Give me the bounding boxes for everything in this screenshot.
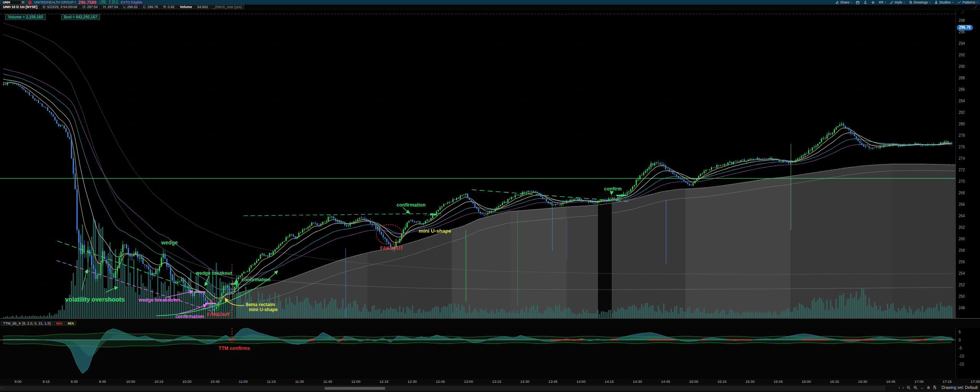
time-tick: 16:00 — [802, 379, 811, 384]
flask-icon — [934, 1, 938, 4]
time-tick: 10:15 — [154, 379, 163, 384]
time-tick: 15:45 — [774, 379, 783, 384]
ttm-tick: 5 — [959, 330, 961, 334]
time-tick: 9:45 — [99, 379, 106, 384]
fit-width-icon[interactable]: ↔ — [920, 385, 924, 390]
axis-settings-icon[interactable]: ⟋ — [975, 5, 977, 9]
price-tick: 290 — [959, 64, 965, 69]
time-tick: 13:45 — [549, 379, 558, 384]
ohlc-low: L: 296.62 — [121, 5, 140, 9]
zoom-out-icon[interactable] — [906, 385, 911, 390]
symbol-value: UNH — [2, 0, 21, 4]
price-tick: 286 — [959, 87, 965, 92]
symbol-dropdown-button[interactable]: ▼ — [21, 1, 25, 4]
style-button[interactable]: Style▾ — [890, 0, 905, 4]
measure-button[interactable]: ▾ — [879, 1, 886, 4]
time-tick: 17:00 — [915, 379, 924, 384]
price-tick: 264 — [959, 214, 965, 218]
chart-footer: ‹ ‹ › ↔ ⊕ Drawing set: Default — [0, 385, 980, 392]
price-tick: 250 — [959, 294, 965, 299]
price-tick: 260 — [959, 237, 965, 241]
share-icon — [836, 1, 839, 4]
time-tick: 10:45 — [211, 379, 220, 384]
time-tick: 15:00 — [689, 379, 698, 384]
price-tick: 252 — [959, 283, 965, 287]
scrollbar-thumb[interactable] — [325, 387, 385, 390]
price-tick: 282 — [959, 110, 965, 115]
ttm-indicator-panel[interactable] — [0, 327, 956, 379]
calendar-button[interactable] — [856, 1, 859, 4]
zoom-in-icon[interactable] — [913, 385, 918, 390]
ttm-tick: -15 — [959, 362, 964, 366]
beaker-button[interactable] — [864, 1, 867, 4]
drawings-button[interactable]: Drawings▾ — [909, 0, 930, 4]
alert-icon[interactable] — [28, 1, 31, 4]
symbol-input[interactable]: UNH ▼ — [1, 0, 26, 5]
price-tick: 268 — [959, 191, 965, 195]
time-tick: 15:30 — [745, 379, 755, 384]
patterns-button[interactable]: Patterns▾ — [957, 0, 978, 4]
volume-value: 54,662 — [195, 5, 211, 9]
crosshair-icon[interactable]: ⊕ — [927, 385, 930, 390]
last-price-badge: 296.76 — [957, 25, 973, 30]
price-tick: 266 — [959, 202, 965, 207]
time-tick: 12:30 — [408, 379, 417, 384]
ttm-study-header: TTM_bb_K (8, 2.0, 0, 21, 1.0) N/A N/A — [0, 318, 980, 328]
axis-tool-icon[interactable]: ⟋ — [961, 10, 964, 15]
price-tick: 248 — [959, 306, 965, 310]
drawing-set-label[interactable]: Drawing set: Default — [941, 385, 978, 390]
price-tick: 258 — [959, 248, 965, 253]
price-tick: 254 — [959, 271, 965, 276]
price-tick: 288 — [959, 76, 965, 80]
time-tick: 17:15 — [942, 379, 952, 384]
price-tick: 292 — [959, 53, 965, 57]
time-tick: 12:15 — [379, 379, 389, 384]
price-chart-canvas[interactable] — [0, 9, 956, 318]
time-tick: 9:00 — [15, 379, 22, 384]
price-axis[interactable]: ⟋298296294292290288286284282280278276274… — [956, 9, 980, 318]
horizontal-scrollbar[interactable]: ‹ — [0, 386, 885, 390]
price-tick: 280 — [959, 122, 965, 126]
scroll-left-arrow-icon[interactable]: ‹ — [2, 386, 3, 390]
ttm-na-yellow: N/A — [65, 321, 76, 326]
studies-button[interactable]: Studies▾ — [934, 0, 953, 4]
ttm-tick: 0 — [959, 338, 961, 342]
bid-ask-block: B: 296.70A: 297.00 — [109, 0, 118, 4]
style-icon — [890, 1, 893, 4]
time-tick: 11:30 — [295, 379, 304, 384]
settings-button[interactable] — [871, 1, 875, 4]
pan-left-icon[interactable]: ‹ — [898, 385, 900, 390]
price-tick: 296 — [959, 30, 965, 34]
volume-label: Volume — [178, 5, 194, 9]
chart-header-bar: UNH 10 D 1m [NYSE] D: 5/23/25, 9:54:00AM… — [0, 5, 980, 10]
price-tick: 270 — [959, 179, 965, 184]
ttm-study-label[interactable]: TTM_bb_K (8, 2.0, 0, 21, 1.0) — [1, 321, 53, 326]
price-tick: 256 — [959, 260, 965, 264]
main-price-chart[interactable] — [0, 9, 956, 318]
company-name: UNITEDHEALTH GROUP I — [34, 0, 76, 4]
price-tick: 276 — [959, 145, 965, 149]
patterns-icon — [957, 1, 961, 4]
time-tick: 14:45 — [661, 379, 670, 384]
change-block: +.0889+0.03% — [99, 0, 106, 4]
price-tick: 278 — [959, 133, 965, 138]
price-tick: 294 — [959, 41, 965, 46]
ttm-tick: -5 — [959, 346, 962, 350]
time-tick: 14:00 — [577, 379, 586, 384]
drawing-hand-icon — [909, 1, 912, 4]
price-tick: 272 — [959, 168, 965, 172]
time-tick: 16:30 — [858, 379, 867, 384]
exto-eligible-label: EXTO Eligible — [121, 0, 142, 4]
hand-tool-icon[interactable] — [933, 385, 936, 390]
ohlc-open: O: 297.54 — [80, 5, 100, 9]
pan-right-icon[interactable]: › — [903, 385, 904, 390]
share-button[interactable]: Share▾ — [836, 0, 852, 4]
price-tick: 274 — [959, 156, 965, 161]
ttm-canvas[interactable] — [0, 327, 956, 379]
ttm-na-red: N/A — [54, 321, 65, 326]
main-toolbar: UNH ▼ UNITEDHEALTH GROUP I 296.7589 +.08… — [0, 0, 980, 5]
study-label-emas[interactable]: _EMAS_new (yes) — [211, 5, 244, 9]
time-tick: 10:00 — [126, 379, 135, 384]
calendar-icon — [856, 1, 859, 4]
time-tick: 9:30 — [71, 379, 78, 384]
